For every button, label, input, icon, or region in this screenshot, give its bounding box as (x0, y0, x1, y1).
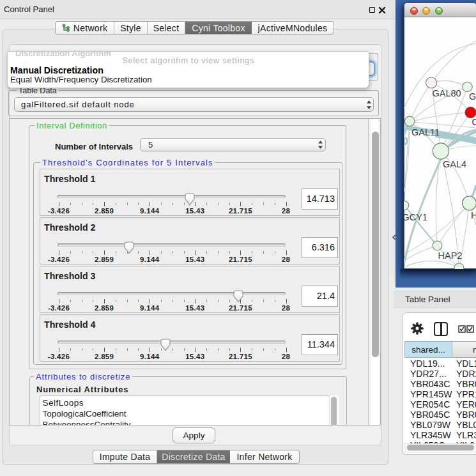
svg-text:GCY1: GCY1 (404, 212, 427, 222)
svg-text:GAL11: GAL11 (411, 127, 440, 137)
svg-text:GAL80: GAL80 (433, 88, 461, 98)
svg-text:HAP2: HAP2 (438, 250, 463, 261)
svg-text:H: H (471, 210, 476, 220)
svg-text:GA: GA (469, 91, 476, 102)
svg-text:C: C (472, 117, 476, 127)
svg-text:GAL4: GAL4 (443, 159, 466, 169)
